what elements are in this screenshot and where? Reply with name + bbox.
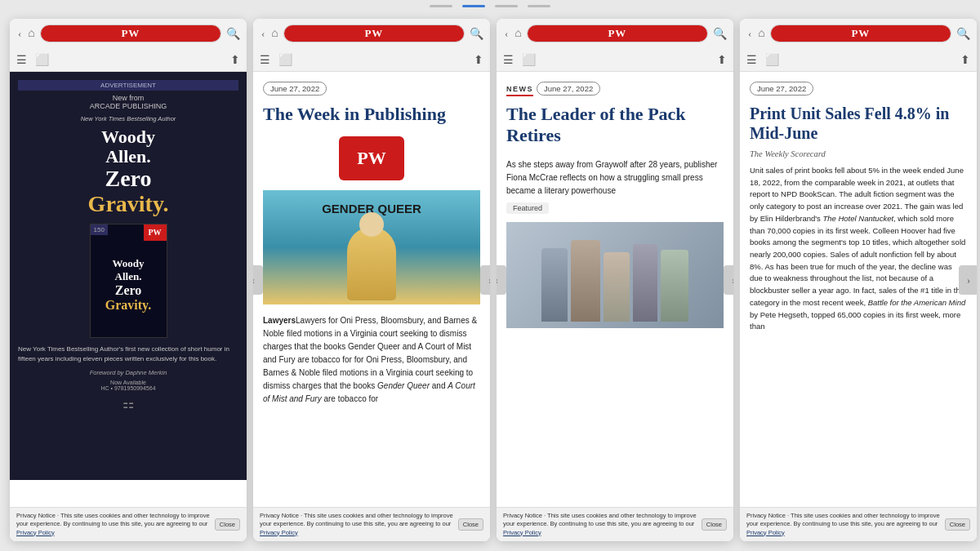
- back-button-2[interactable]: ‹: [260, 27, 266, 40]
- tab-dot-3[interactable]: [495, 5, 518, 7]
- menu-icon-4[interactable]: ☰: [746, 53, 757, 67]
- browser-bar-2: ‹ ⌂ PW 🔍 ☰ ⬜ ⬆: [253, 19, 490, 72]
- menu-icon-3[interactable]: ☰: [503, 53, 514, 67]
- panel-week-publishing: ‹ ⌂ PW 🔍 ☰ ⬜ ⬆: [253, 19, 490, 541]
- scroll-right-2[interactable]: ›: [480, 265, 490, 295]
- group-photo: [506, 222, 724, 328]
- bookmark-icon-3[interactable]: ⬜: [522, 53, 536, 67]
- share-button-2[interactable]: ⬆: [474, 53, 483, 67]
- bookmark-icon-4[interactable]: ⬜: [765, 53, 779, 67]
- person-4: [633, 244, 657, 322]
- search-button[interactable]: 🔍: [226, 27, 240, 41]
- ad-content: ADVERTISEMENT New from ARCADE PUBLISHING…: [10, 72, 247, 480]
- article-title-3[interactable]: The Leader of the Pack Retires: [506, 104, 724, 147]
- ad-author-note: New York Times Bestselling Author: [18, 115, 238, 122]
- book-figure: [347, 227, 396, 300]
- content-area-3: NEWS June 27, 2022 The Leader of the Pac…: [497, 72, 733, 541]
- book-cover-inner: WoodyAllen. Zero Gravity.: [105, 257, 151, 313]
- ad-label: ADVERTISEMENT: [18, 80, 238, 91]
- tab-dot-2[interactable]: [462, 5, 485, 7]
- content-area-1: ADVERTISEMENT New from ARCADE PUBLISHING…: [10, 72, 247, 541]
- privacy-notice-3: Privacy Notice · This site uses cookies …: [497, 507, 733, 542]
- search-button-2[interactable]: 🔍: [470, 27, 483, 41]
- book-cover-pw-logo: PW: [144, 224, 167, 241]
- browser-bar-4: ‹ ⌂ PW 🔍 ☰ ⬜ ⬆: [740, 19, 977, 72]
- article-title-4[interactable]: Print Unit Sales Fell 4.8% in Mid-June: [750, 104, 967, 143]
- ad-foreword: Foreword by Daphne Merkin: [18, 369, 238, 376]
- article-body-4: Unit sales of print books fell about 5% …: [750, 165, 967, 333]
- privacy-notice-2: Privacy Notice · This site uses cookies …: [253, 507, 490, 542]
- menu-icon-2[interactable]: ☰: [260, 53, 270, 67]
- article-title-2[interactable]: The Week in Publishing: [263, 104, 480, 125]
- article-content-4: June 27, 2022 Print Unit Sales Fell 4.8%…: [740, 72, 977, 480]
- privacy-notice-4: Privacy Notice · This site uses cookies …: [740, 507, 977, 542]
- panel-print-sales: ‹ ⌂ PW 🔍 ☰ ⬜ ⬆: [740, 19, 977, 541]
- home-button-3[interactable]: ⌂: [514, 27, 521, 40]
- pw-logo-url-3: PW: [608, 27, 626, 40]
- privacy-text-3: Privacy Notice · This site uses cookies …: [503, 512, 697, 538]
- pw-logo-url-2: PW: [364, 27, 383, 40]
- bookmark-icon[interactable]: ⬜: [35, 53, 49, 67]
- privacy-close-4[interactable]: Close: [945, 518, 970, 531]
- back-button-4[interactable]: ‹: [746, 27, 753, 40]
- search-button-3[interactable]: 🔍: [713, 27, 727, 41]
- privacy-link-3[interactable]: Privacy Policy: [503, 529, 541, 536]
- book-cover-pw-text: PW: [148, 228, 161, 237]
- scroll-left-3[interactable]: ‹: [497, 265, 506, 295]
- article-body-2: LawyersLawyers for Oni Press, Bloomsbury…: [263, 314, 480, 406]
- scroll-right-4[interactable]: ›: [959, 265, 977, 295]
- search-button-4[interactable]: 🔍: [956, 27, 970, 41]
- url-bar[interactable]: PW: [40, 24, 221, 42]
- author-name: Woody Allen.: [18, 127, 238, 167]
- back-button-3[interactable]: ‹: [503, 27, 510, 40]
- scroll-left-2[interactable]: ‹: [253, 265, 263, 295]
- book-title-zero: Zero: [18, 167, 238, 192]
- home-button-4[interactable]: ⌂: [758, 27, 764, 40]
- tab-dot-4[interactable]: [528, 5, 550, 7]
- book-inner-title: Zero: [105, 283, 151, 298]
- privacy-close-1[interactable]: Close: [215, 518, 240, 531]
- scroll-right-3[interactable]: ›: [724, 265, 733, 295]
- panel-ad: ‹ ⌂ PW 🔍 ☰ ⬜ ⬆: [10, 19, 247, 541]
- privacy-close-3[interactable]: Close: [702, 518, 727, 531]
- menu-icon[interactable]: ☰: [16, 53, 27, 67]
- bookmark-icon-2[interactable]: ⬜: [278, 53, 292, 67]
- book-title-block: Woody Allen. Zero Gravity.: [18, 127, 238, 217]
- privacy-text-2: Privacy Notice · This site uses cookies …: [260, 512, 453, 538]
- book-inner-author: WoodyAllen.: [105, 257, 151, 283]
- ad-available: Now Available HC • 9781950994564: [18, 380, 238, 391]
- url-bar-4[interactable]: PW: [770, 24, 951, 42]
- share-button[interactable]: ⬆: [230, 53, 240, 67]
- browser-bar-1: ‹ ⌂ PW 🔍 ☰ ⬜ ⬆: [10, 19, 247, 72]
- pw-logo-article-2: PW: [339, 136, 404, 180]
- date-badge-2: June 27, 2022: [263, 82, 327, 96]
- privacy-link-4[interactable]: Privacy Policy: [746, 529, 785, 536]
- person-5: [661, 250, 688, 322]
- lawyers-bold: Lawyers: [263, 316, 296, 325]
- back-button[interactable]: ‹: [16, 27, 23, 40]
- panel-leader-pack: ‹ ⌂ PW 🔍 ☰ ⬜ ⬆: [497, 19, 733, 541]
- date-badge-4: June 27, 2022: [750, 82, 813, 96]
- privacy-text-1: Privacy Notice · This site uses cookies …: [16, 512, 210, 538]
- home-button[interactable]: ⌂: [28, 27, 34, 40]
- home-button-2[interactable]: ⌂: [271, 27, 278, 40]
- privacy-link-1[interactable]: Privacy Policy: [16, 529, 55, 536]
- privacy-link-2[interactable]: Privacy Policy: [260, 529, 298, 536]
- tab-dot-1[interactable]: [430, 5, 452, 7]
- share-button-4[interactable]: ⬆: [960, 53, 970, 67]
- privacy-close-2[interactable]: Close: [458, 518, 483, 531]
- photo-people: [537, 222, 693, 328]
- url-bar-2[interactable]: PW: [283, 24, 465, 42]
- share-button-3[interactable]: ⬆: [717, 53, 727, 67]
- publisher-logo: ⚏: [18, 396, 238, 411]
- article-content-3: NEWS June 27, 2022 The Leader of the Pac…: [497, 72, 733, 480]
- pw-logo-url: PW: [121, 27, 140, 40]
- url-bar-3[interactable]: PW: [527, 24, 708, 42]
- privacy-text-4: Privacy Notice · This site uses cookies …: [746, 512, 940, 538]
- ad-subtitle: New from ARCADE PUBLISHING: [18, 94, 238, 110]
- content-area-2: June 27, 2022 The Week in Publishing PW …: [253, 72, 490, 541]
- privacy-notice-1: Privacy Notice · This site uses cookies …: [10, 507, 247, 542]
- person-2: [571, 240, 600, 322]
- ad-description: New York Times Bestselling Author's firs…: [18, 344, 238, 364]
- book-cover: 150 PW WoodyAllen. Zero Gravity.: [90, 224, 167, 338]
